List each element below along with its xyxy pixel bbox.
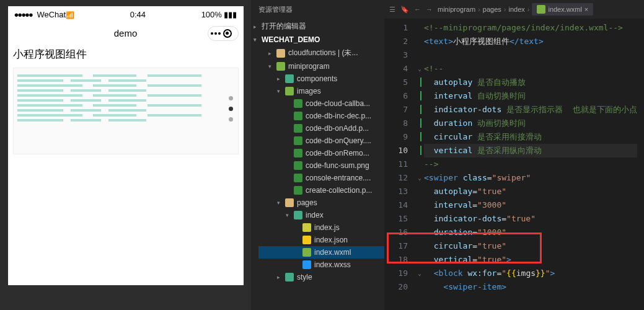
folder-g-icon (276, 62, 285, 71)
tree-item[interactable]: ▾miniprogram (258, 60, 384, 73)
swiper-indicator (229, 96, 233, 122)
folder-g-icon (285, 87, 294, 95)
file-tree: ▸cloudfunctions | (未...▾miniprogram▸comp… (251, 46, 384, 283)
swiper-preview[interactable] (13, 68, 239, 154)
open-editors-section[interactable]: ▸打开的编辑器 (251, 19, 384, 33)
js-icon (302, 223, 311, 232)
placeholder-image (14, 68, 238, 128)
folder-y-icon (285, 198, 294, 207)
forward-icon[interactable]: → (426, 6, 433, 13)
wxml-icon (537, 5, 545, 14)
simulator-panel: ●●●●● WeChat📶 0:44 100% ▮▮▮ demo 小程序视图组件 (0, 0, 251, 310)
tree-item[interactable]: ▾pages (258, 197, 384, 209)
status-time: 0:44 (130, 10, 146, 19)
tree-item[interactable]: console-entrance.... (258, 172, 384, 184)
menu-icon[interactable]: ☰ (389, 6, 395, 14)
menu-icon[interactable] (214, 32, 217, 35)
tree-item[interactable]: ▾index (258, 209, 384, 221)
img-icon (294, 112, 302, 120)
tree-item[interactable]: code-db-onQuery.... (258, 135, 384, 147)
tree-item[interactable]: code-cloud-callba... (258, 97, 384, 110)
img-icon (294, 99, 302, 108)
tree-item[interactable]: create-collection.p... (258, 184, 384, 197)
line-numbers: 1234567891011121314151617181920 (384, 19, 415, 310)
code-content[interactable]: <!--miniprogram/pages/index/index.wxml--… (424, 19, 637, 310)
folder-y-icon (276, 49, 285, 58)
wxml-icon (302, 248, 311, 257)
wxss-icon (302, 260, 311, 269)
tree-item[interactable]: ▸cloudfunctions | (未... (258, 46, 384, 60)
tree-item[interactable]: index.wxml (258, 246, 384, 259)
phone-frame: ●●●●● WeChat📶 0:44 100% ▮▮▮ demo 小程序视图组件 (8, 6, 244, 285)
indicator-dot-active (229, 107, 233, 111)
fold-column[interactable]: ⌄⌄⌄ (415, 19, 424, 310)
close-icon[interactable] (223, 29, 232, 38)
tree-item[interactable]: index.json (258, 234, 384, 246)
tree-item[interactable]: code-db-inc-dec.p... (258, 110, 384, 122)
tree-item[interactable]: ▾images (258, 85, 384, 97)
folder-icon (285, 273, 294, 281)
indicator-dot (229, 96, 233, 100)
status-battery: 100% ▮▮▮ (201, 10, 237, 19)
status-bar: ●●●●● WeChat📶 0:44 100% ▮▮▮ (8, 6, 244, 23)
img-icon (294, 174, 302, 182)
explorer-panel: 资源管理器 ▸打开的编辑器 ▾WECHAT_DEMO ▸cloudfunctio… (251, 0, 384, 310)
editor-tabs: ☰ 🔖 ← → miniprogram› pages› index› index… (384, 0, 644, 19)
status-left: ●●●●● WeChat📶 (14, 10, 75, 19)
tree-item[interactable]: code-func-sum.png (258, 159, 384, 172)
folder-icon (294, 211, 302, 219)
nav-bar: demo (8, 23, 244, 43)
editor-panel: ☰ 🔖 ← → miniprogram› pages› index› index… (384, 0, 644, 310)
breadcrumb[interactable]: miniprogram› pages› index› index.wxml × (438, 3, 639, 16)
img-icon (294, 124, 302, 133)
bookmark-icon[interactable]: 🔖 (400, 6, 409, 14)
img-icon (294, 161, 302, 170)
capsule-button[interactable] (208, 26, 239, 41)
code-area[interactable]: 1234567891011121314151617181920 ⌄⌄⌄ <!--… (384, 19, 644, 310)
indicator-dot (229, 117, 233, 122)
tree-item[interactable]: ▸style (258, 271, 384, 283)
json-icon (302, 236, 311, 244)
tree-item[interactable]: index.wxss (258, 259, 384, 271)
tree-item[interactable]: code-db-onRemo... (258, 147, 384, 159)
nav-title: demo (114, 28, 138, 38)
folder-icon (285, 74, 294, 83)
page-heading: 小程序视图组件 (8, 43, 244, 65)
explorer-title: 资源管理器 (251, 0, 384, 19)
project-root[interactable]: ▾WECHAT_DEMO (251, 33, 384, 46)
img-icon (294, 186, 302, 195)
img-icon (294, 149, 302, 157)
back-icon[interactable]: ← (414, 6, 421, 13)
tree-item[interactable]: code-db-onAdd.p... (258, 122, 384, 135)
tree-item[interactable]: index.js (258, 221, 384, 234)
img-icon (294, 136, 302, 145)
tree-item[interactable]: ▸components (258, 73, 384, 85)
